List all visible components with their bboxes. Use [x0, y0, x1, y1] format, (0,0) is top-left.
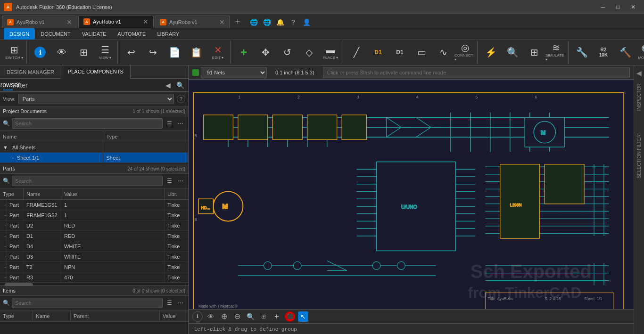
- tab-2-close[interactable]: ✕: [143, 18, 149, 25]
- wire-button[interactable]: ▬ PLACE ▾: [320, 42, 341, 63]
- items-th-value[interactable]: Value: [160, 310, 188, 322]
- connect1-button[interactable]: ╱: [346, 42, 367, 63]
- profile-icon[interactable]: 👤: [301, 16, 312, 28]
- search-panel-button[interactable]: 🔍: [175, 80, 185, 90]
- menu-validate[interactable]: VALIDATE: [76, 28, 112, 40]
- items-th-parent[interactable]: Parent: [71, 310, 160, 322]
- th-part-libr[interactable]: Libr.: [165, 188, 188, 200]
- help-button[interactable]: ?: [177, 95, 185, 103]
- th-part-value[interactable]: Value: [61, 188, 165, 200]
- tab-1-close[interactable]: ✕: [66, 18, 72, 26]
- zoom-fit-icon[interactable]: 🔍: [245, 311, 256, 322]
- tab-1[interactable]: A AyuRobo v1 ✕: [2, 16, 77, 28]
- stop-button[interactable]: ⬛: [285, 311, 295, 322]
- items-search-input[interactable]: [12, 298, 163, 308]
- minimize-button[interactable]: ─: [596, 2, 610, 12]
- eye-bottom-icon[interactable]: 👁: [206, 311, 216, 322]
- rotate-button[interactable]: ↺: [277, 42, 297, 63]
- sim3-button[interactable]: ⊞: [524, 42, 545, 63]
- add-bottom-icon[interactable]: +: [272, 311, 282, 322]
- parts-scrollbar[interactable]: [0, 283, 188, 285]
- part-row-6[interactable]: → Part T2 NPN Tinke: [0, 262, 188, 272]
- notification-icon[interactable]: 🔔: [274, 16, 286, 28]
- part-row-2[interactable]: → Part D2 RED Tinke: [0, 220, 188, 231]
- connect6-button[interactable]: ◎ CONNECT ▾: [454, 42, 475, 63]
- delete-button[interactable]: ✕ EDIT ▾: [207, 42, 228, 63]
- sim2-button[interactable]: 🔍: [502, 42, 523, 63]
- pointer-button[interactable]: ↖: [298, 311, 308, 322]
- new-button[interactable]: 📄: [164, 42, 185, 63]
- add-button[interactable]: +: [233, 42, 254, 63]
- th-name[interactable]: Name: [0, 131, 103, 142]
- th-part-type[interactable]: Type: [0, 188, 24, 200]
- tab-3-close[interactable]: ✕: [219, 18, 225, 26]
- connect5-button[interactable]: ∿: [433, 42, 454, 63]
- part-row-3[interactable]: → Part D1 RED Tinke: [0, 231, 188, 241]
- redo-button[interactable]: ↪: [142, 42, 163, 63]
- new-tab-button[interactable]: +: [231, 16, 244, 28]
- layers-button[interactable]: ☰ VIEW ▾: [95, 42, 116, 63]
- grid-button[interactable]: ⊞: [73, 42, 94, 63]
- command-line-input[interactable]: [323, 67, 630, 78]
- inspector-label[interactable]: INSPECTOR: [635, 79, 644, 115]
- project-search-input[interactable]: [12, 118, 163, 129]
- items-list-more[interactable]: ⋯: [176, 298, 185, 308]
- parts-list-more[interactable]: ⋯: [176, 176, 185, 186]
- help-icon[interactable]: ?: [288, 16, 299, 28]
- info-bottom-icon[interactable]: ℹ: [192, 311, 203, 322]
- close-button[interactable]: ✕: [626, 2, 640, 12]
- switch-button[interactable]: ⊞ SWITCH ▾: [4, 42, 25, 63]
- filter-tab[interactable]: Filter: [15, 80, 25, 90]
- project-row-allsheets[interactable]: ▼ All Sheets: [0, 142, 188, 153]
- mod1-button[interactable]: 🔧: [571, 42, 592, 63]
- schematic-canvas[interactable]: 1 2 3 4 5 6 8 8: [189, 80, 634, 323]
- menu-library[interactable]: LIBRARY: [151, 28, 185, 40]
- part-row-4[interactable]: → Part D4 WHITE Tinke: [0, 241, 188, 252]
- copy-button[interactable]: 📋: [186, 42, 206, 63]
- mod2-button[interactable]: R210K: [593, 42, 614, 63]
- sim1-button[interactable]: ⚡: [480, 42, 501, 63]
- selection-filter-label[interactable]: SELECTION FILTER: [635, 130, 644, 183]
- th-part-name[interactable]: Name: [24, 188, 61, 200]
- grid-bottom-icon[interactable]: ⊞: [258, 311, 269, 322]
- part-row-0[interactable]: → Part FRAME1G$1 1 Tinke: [0, 200, 188, 210]
- parts-list-options[interactable]: ☰: [165, 176, 174, 186]
- nets-select[interactable]: 91 Nets: [201, 67, 267, 78]
- connect2-button[interactable]: D1: [368, 42, 388, 63]
- connect4-button[interactable]: ▭: [411, 42, 432, 63]
- restore-button[interactable]: □: [611, 2, 625, 12]
- items-th-type[interactable]: Type: [0, 310, 33, 322]
- zoom-out-button[interactable]: ⊖: [232, 311, 242, 322]
- place-components-tab[interactable]: PLACE COMPONENTS: [61, 65, 131, 79]
- mod3-button[interactable]: 🔨: [615, 42, 636, 63]
- connect3-button[interactable]: D1: [389, 42, 410, 63]
- undo-button[interactable]: ↩: [121, 42, 141, 63]
- inspector-collapse-button[interactable]: ◀: [635, 67, 644, 79]
- parts-search-input[interactable]: [12, 176, 163, 186]
- sim4-button[interactable]: ≋ SIMULATE ▾: [545, 42, 566, 63]
- items-th-name[interactable]: Name: [33, 310, 71, 322]
- zoom-in-button[interactable]: ⊕: [219, 311, 229, 322]
- move-button[interactable]: ✥: [255, 42, 276, 63]
- view-select[interactable]: Parts Symbols Components: [18, 94, 174, 104]
- info-button[interactable]: ℹ: [30, 42, 50, 63]
- part-row-5[interactable]: → Part D3 WHITE Tinke: [0, 252, 188, 262]
- mirror-button[interactable]: ◇: [298, 42, 319, 63]
- items-list-options[interactable]: ☰: [165, 298, 174, 308]
- eye-button[interactable]: 👁: [51, 42, 72, 63]
- menu-document[interactable]: DOCUMENT: [35, 28, 76, 40]
- browser-icon-1[interactable]: 🌐: [248, 16, 259, 28]
- project-row-sheet1[interactable]: → Sheet 1/1 Sheet: [0, 153, 188, 163]
- browser-icon-2[interactable]: 🌐: [261, 16, 272, 28]
- th-type[interactable]: Type: [103, 131, 188, 142]
- part-row-7[interactable]: → Part R3 470 Tinke: [0, 272, 188, 283]
- design-manager-tab[interactable]: DESIGN MANAGER: [0, 65, 61, 79]
- tab-3[interactable]: A AyuRobo v1 ✕: [155, 16, 230, 28]
- list-options-button[interactable]: ☰: [165, 119, 174, 128]
- list-more-button[interactable]: ⋯: [176, 119, 185, 128]
- menu-design[interactable]: DESIGN: [4, 28, 35, 40]
- browser-tab[interactable]: Browser: [3, 80, 13, 90]
- tab-2[interactable]: A AyuRobo v1 ✕: [78, 16, 154, 28]
- collapse-panel-button[interactable]: ◀: [163, 80, 173, 90]
- menu-automate[interactable]: AUTOMATE: [112, 28, 151, 40]
